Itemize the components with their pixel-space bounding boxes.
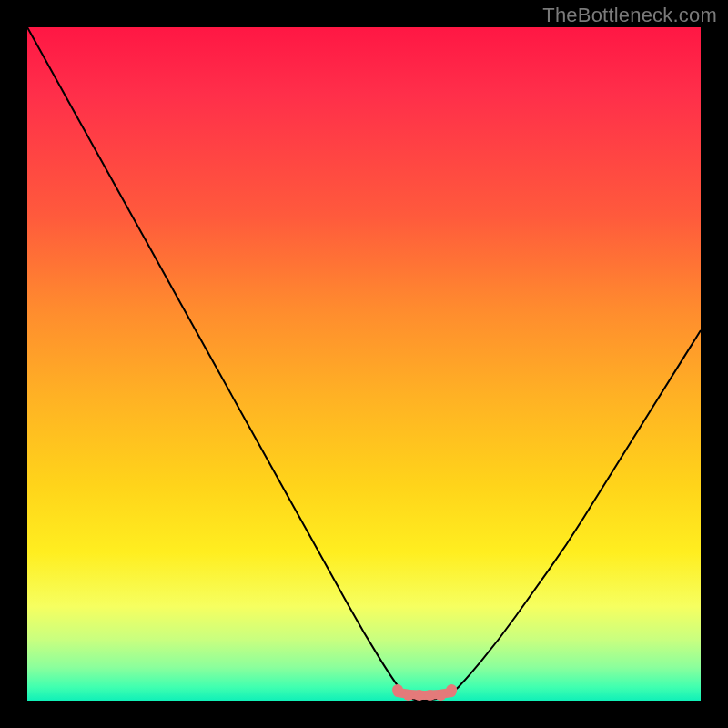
plot-area [27, 27, 701, 701]
svg-point-4 [435, 690, 446, 701]
svg-point-2 [414, 690, 425, 701]
chart-frame: TheBottleneck.com [0, 0, 728, 728]
watermark-text: TheBottleneck.com [542, 4, 717, 27]
svg-point-1 [403, 690, 414, 701]
svg-point-5 [446, 684, 457, 695]
curve-svg [27, 27, 701, 701]
svg-point-0 [392, 684, 403, 695]
bottleneck-curve [27, 27, 701, 701]
optimal-flat-region [392, 684, 457, 701]
svg-point-3 [425, 690, 436, 701]
